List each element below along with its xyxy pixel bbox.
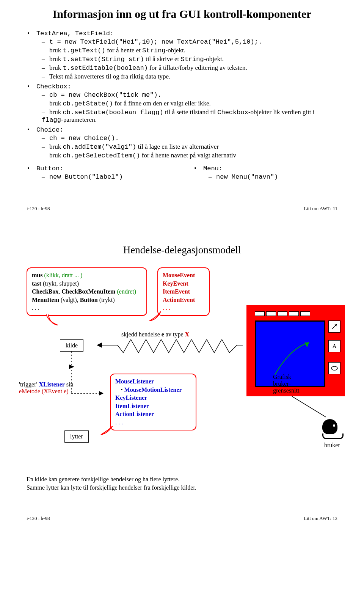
- list-item: Menu: new Menu("navn"): [193, 165, 337, 181]
- text: X: [185, 331, 190, 338]
- text: (trykt, sluppet): [43, 280, 79, 287]
- text: flagg: [42, 116, 61, 124]
- footer-left: i-120 : h-98: [27, 206, 50, 212]
- text: MouseEvent: [163, 271, 204, 280]
- menu-item-icon: [266, 311, 276, 316]
- list-item: bruk cb.setState(boolean flagg) til å se…: [42, 108, 337, 124]
- svg-marker-7: [99, 391, 104, 396]
- event-label: skjedd hendelse e av type X: [121, 331, 189, 338]
- text: skjedd hendelse: [121, 331, 162, 338]
- text: MouseMotionListener: [124, 386, 182, 393]
- text: t = new TextField("Hei",10); new TextAre…: [49, 38, 262, 46]
- text: cb.getState(): [63, 100, 113, 107]
- text: til å lage en liste av alternativer: [136, 143, 219, 150]
- caption: En kilde kan generere forskjellige hende…: [27, 476, 337, 483]
- text: Button: [80, 297, 98, 303]
- caption: Samme lytter kan lytte til forskjellige …: [27, 484, 337, 491]
- slide-1: Informasjon inn og ut fra GUI kontroll-k…: [0, 0, 364, 187]
- text: ch.getSelectedItem(): [63, 152, 140, 159]
- text: bruk: [49, 64, 63, 71]
- svg-point-3: [331, 366, 337, 370]
- list-item: Tekst må konverteres til og fra riktig d…: [42, 73, 337, 80]
- text: KeyEvent: [163, 280, 204, 288]
- zigzag-arrow-icon: [93, 339, 245, 355]
- menu-item-icon: [255, 311, 265, 316]
- text: Checkbox:: [36, 83, 71, 90]
- list-item: bruk cb.getState() for å finne om den er…: [42, 100, 337, 107]
- gui-label: Grafisk bruker- grensesnitt: [273, 374, 299, 394]
- text: KeyListener: [115, 394, 191, 402]
- text: bruk: [49, 47, 63, 54]
- listener-box: lytter: [64, 430, 89, 443]
- text: lytter: [70, 433, 83, 440]
- text: for å tillate/forby editering av teksten…: [148, 64, 247, 71]
- text: ch = new Choice().: [49, 135, 119, 142]
- text: cb = new CheckBox("tick me").: [49, 91, 162, 99]
- text: ItemEvent: [163, 287, 204, 296]
- text: t.getText(): [63, 47, 105, 54]
- page-footer: i-120 : h-98 Litt om AWT: 12: [0, 512, 364, 525]
- circle-button: [328, 362, 340, 374]
- text: Tekst må konverteres til og fra riktig d…: [49, 73, 170, 80]
- text: bruker-: [273, 380, 299, 387]
- dotted-connector-icon: [67, 352, 113, 405]
- list-item: bruk ch.getSelectedItem() for å hente na…: [42, 152, 337, 159]
- callout-listeners: MouseListener • MouseMotionListener KeyL…: [110, 374, 196, 430]
- text: . . .: [32, 304, 142, 312]
- text: cb.setState(boolean flagg): [63, 109, 163, 116]
- text: ItemListener: [115, 402, 191, 410]
- list-item: t = new TextField("Hei",10); new TextAre…: [42, 38, 337, 46]
- list-item: new Menu("navn"): [209, 173, 337, 181]
- text: MouseListener: [115, 377, 191, 386]
- svg-marker-4: [97, 342, 102, 348]
- callout-event-types: MouseEvent KeyEvent ItemEvent ActionEven…: [157, 267, 210, 316]
- ellipse-icon: [331, 366, 338, 371]
- menu-item-icon: [289, 311, 299, 316]
- text: -objekt.: [204, 55, 224, 63]
- list-item: cb = new CheckBox("tick me").: [42, 91, 337, 99]
- trigger-label: 'trigger' XListener sin eMetode (XEvent …: [19, 381, 91, 395]
- menu-item-icon: [278, 311, 287, 316]
- text: for å finne om den er valgt eller ikke.: [113, 100, 211, 107]
- text: String: [180, 56, 204, 63]
- svg-line-9: [292, 396, 326, 417]
- list-item: bruk t.setText(String str) til å skrive …: [42, 55, 337, 63]
- list-item: Button: new Button("label"): [27, 165, 171, 181]
- user-icon: [322, 419, 341, 440]
- menu-item-icon: [300, 311, 310, 316]
- arrow-icon: [331, 323, 338, 330]
- bullet-list: TextArea, TextField: t = new TextField("…: [27, 30, 337, 159]
- callout-tail-icon: [99, 426, 115, 437]
- svg-marker-0: [304, 342, 309, 347]
- footer-right: Litt om AWT: 11: [304, 206, 337, 212]
- arrow-button: [328, 320, 340, 333]
- svg-marker-8: [69, 364, 74, 369]
- text: av type: [164, 331, 185, 338]
- text: t.setEditable(boolean): [63, 64, 147, 72]
- text: Checkbox: [217, 109, 248, 116]
- text: -parameteren.: [61, 116, 97, 123]
- text: Choice:: [36, 126, 63, 134]
- text: Grafisk: [273, 374, 299, 380]
- text: kilde: [66, 342, 78, 349]
- list-item: bruk t.getText() for å hente et String-o…: [42, 47, 337, 54]
- list-item: Checkbox: cb = new CheckBox("tick me"). …: [27, 83, 337, 124]
- list-item: Choice: ch = new Choice(). bruk ch.addIt…: [27, 126, 337, 159]
- text: CheckBox: [32, 288, 58, 295]
- text: til å sette tilstand til: [163, 108, 218, 116]
- source-box: kilde: [60, 339, 83, 352]
- text: (endret): [115, 288, 136, 295]
- user-label: bruker: [324, 442, 340, 449]
- text: XListener: [39, 381, 64, 388]
- page-footer: i-120 : h-98 Litt om AWT: 11: [0, 202, 364, 215]
- text: (klikk, dratt ... ): [44, 272, 82, 278]
- text: bruk: [49, 143, 63, 150]
- text: bruk: [49, 108, 63, 116]
- text: for å hente navnet på valgt alternativ: [140, 152, 236, 159]
- text: -objekter lik verdien gitt i: [248, 108, 315, 116]
- slide-2: Hendelse-delegasjonsmodell mus (klikk, d…: [0, 215, 364, 496]
- text: 'trigger': [19, 381, 39, 388]
- text: for å hente et: [105, 47, 143, 54]
- text: Menu:: [203, 165, 223, 172]
- two-column: Button: new Button("label") Menu: new Me…: [27, 165, 337, 183]
